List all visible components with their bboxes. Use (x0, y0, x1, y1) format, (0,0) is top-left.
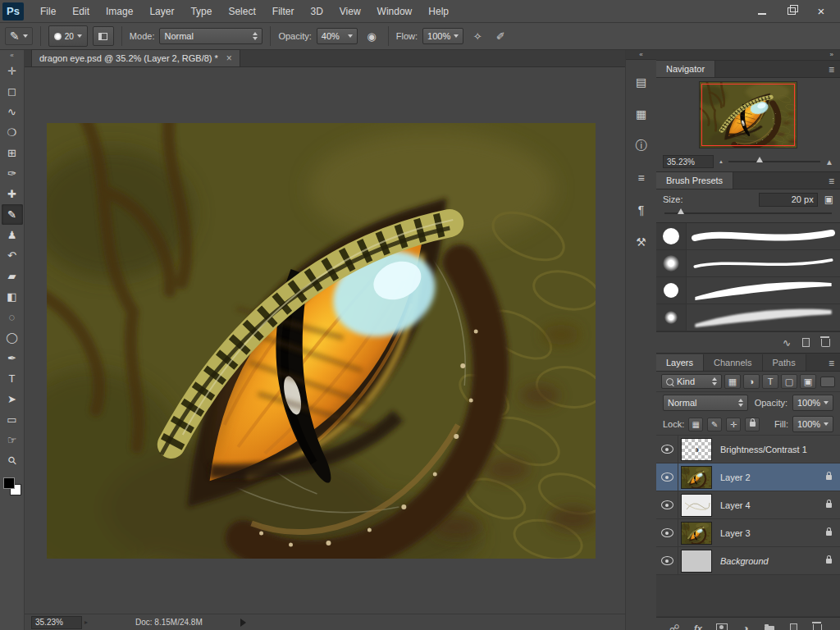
filter-adjustment-layers-icon[interactable]: ◑ (743, 374, 760, 389)
panel-menu-icon[interactable]: ≡ (829, 174, 840, 189)
menu-3d[interactable]: 3D (302, 6, 331, 17)
navigator-zoom-field[interactable]: 35.23% (663, 155, 714, 168)
rectangle-tool[interactable]: ▭ (2, 409, 23, 430)
layer-filter-toggle[interactable] (820, 377, 835, 387)
menu-view[interactable]: View (331, 6, 369, 17)
layer-effects-icon[interactable]: fx (692, 623, 705, 630)
layer-name[interactable]: Layer 3 (720, 528, 826, 538)
status-zoom-field[interactable]: 35.23% (31, 616, 82, 629)
layer-opacity-dropdown[interactable]: 100% (792, 395, 833, 411)
foreground-color-swatch[interactable] (3, 477, 15, 489)
lock-pixels-button[interactable]: ✎ (707, 418, 722, 431)
link-layers-icon[interactable]: ☍ (668, 623, 681, 630)
layer-thumbnail[interactable] (681, 494, 712, 517)
paragraph-panel-icon[interactable]: ¶ (631, 200, 652, 220)
filter-pixel-layers-icon[interactable]: ▦ (724, 374, 741, 389)
flow-dropdown[interactable]: 100% (422, 28, 463, 44)
brush-stamp-icon[interactable]: ▣ (824, 194, 833, 205)
lasso-tool[interactable]: ∿ (2, 102, 23, 122)
pen-tool[interactable]: ✒ (2, 348, 23, 368)
expand-dock-button[interactable]: « (626, 50, 656, 60)
filter-type-layers-icon[interactable]: T (762, 374, 778, 389)
layer-name[interactable]: Brightness/Contrast 1 (720, 445, 840, 454)
brush-preset-soft-round[interactable] (656, 250, 840, 277)
type-tool[interactable]: T (2, 368, 23, 389)
eraser-tool[interactable]: ▰ (2, 266, 23, 286)
dodge-tool[interactable]: ◯ (2, 327, 23, 348)
info-panel-icon[interactable]: ⓘ (631, 136, 652, 156)
menu-layer[interactable]: Layer (141, 6, 182, 17)
panel-menu-icon[interactable]: ≡ (829, 62, 840, 77)
panel-menu-icon[interactable]: ≡ (829, 356, 840, 371)
collapse-toolbar-button[interactable]: « (10, 50, 13, 61)
quick-selection-tool[interactable]: ❍ (2, 122, 23, 143)
layer-row-layer3[interactable]: Layer 3 (656, 519, 840, 547)
new-group-icon[interactable] (763, 624, 776, 630)
layer-name[interactable]: Background (720, 556, 826, 566)
brush-preset-picker[interactable]: 20 (48, 25, 88, 47)
tool-presets-panel-icon[interactable]: ⚒ (631, 232, 652, 252)
gradient-tool[interactable]: ◧ (2, 286, 23, 307)
toggle-brush-panel-button[interactable] (93, 26, 114, 46)
menu-file[interactable]: File (32, 6, 64, 17)
delete-brush-icon[interactable] (821, 339, 830, 347)
menu-edit[interactable]: Edit (64, 6, 98, 17)
lock-all-button[interactable] (745, 418, 760, 431)
lock-position-button[interactable]: ✛ (726, 418, 741, 431)
new-brush-icon[interactable] (802, 338, 810, 347)
collapse-panels-button[interactable]: » (656, 50, 840, 61)
status-menu-arrow-icon[interactable] (240, 619, 246, 627)
layer-row-brightness-contrast[interactable]: ◑ Brightness/Contrast 1 (656, 436, 840, 463)
rectangular-marquee-tool[interactable]: ◻ (2, 81, 23, 102)
filter-smart-objects-icon[interactable]: ▣ (800, 374, 816, 389)
clone-stamp-tool[interactable]: ♟ (2, 225, 23, 245)
new-layer-icon[interactable] (787, 623, 800, 630)
layer-row-background[interactable]: Background (656, 547, 840, 575)
tab-brush-presets[interactable]: Brush Presets (656, 172, 733, 189)
brush-preset-soft-round-pressure[interactable] (656, 304, 840, 331)
visibility-toggle[interactable] (656, 519, 678, 546)
fill-dropdown[interactable]: 100% (792, 416, 833, 432)
brush-tool[interactable]: ✎ (2, 204, 23, 225)
menu-help[interactable]: Help (420, 6, 457, 17)
mode-dropdown[interactable]: Normal (159, 28, 262, 44)
tab-layers[interactable]: Layers (656, 354, 704, 371)
tab-close-icon[interactable]: × (226, 52, 232, 64)
pressure-opacity-icon[interactable]: ◉ (363, 30, 381, 43)
layer-thumbnail[interactable] (681, 522, 712, 545)
stroke-preview-toggle-icon[interactable]: ∿ (783, 337, 791, 349)
blur-tool[interactable]: ◌ (2, 307, 23, 327)
layer-thumbnail[interactable] (681, 466, 712, 489)
delete-layer-icon[interactable] (810, 624, 824, 630)
navigator-zoom-slider[interactable] (728, 161, 820, 162)
tab-paths[interactable]: Paths (763, 354, 806, 371)
layer-thumbnail[interactable]: ◑ (681, 438, 712, 461)
filter-shape-layers-icon[interactable]: ▢ (781, 374, 797, 389)
restore-button[interactable] (784, 5, 799, 18)
crop-tool[interactable]: ⊞ (2, 143, 23, 163)
close-button[interactable]: × (814, 5, 829, 18)
spot-healing-brush-tool[interactable]: ✚ (2, 184, 23, 204)
brush-size-slider[interactable] (664, 212, 832, 214)
move-tool[interactable]: ✛ (2, 61, 23, 81)
status-spinner-icon[interactable]: ▸ (84, 619, 88, 626)
navigator-view-rectangle[interactable] (701, 84, 795, 146)
menu-select[interactable]: Select (220, 6, 263, 17)
brush-preset-hard-round[interactable] (656, 223, 840, 250)
histogram-panel-icon[interactable]: ▤ (631, 72, 652, 92)
new-adjustment-layer-icon[interactable]: ◑ (739, 623, 752, 630)
menu-image[interactable]: Image (98, 6, 141, 17)
swatches-panel-icon[interactable]: ▦ (631, 104, 652, 124)
minimize-button[interactable] (755, 5, 769, 18)
layer-row-layer2[interactable]: Layer 2 (656, 463, 840, 491)
menu-type[interactable]: Type (182, 6, 220, 17)
menu-filter[interactable]: Filter (264, 6, 303, 17)
brush-size-field[interactable]: 20 px (759, 193, 818, 207)
properties-panel-icon[interactable]: ≡ (631, 168, 652, 188)
visibility-toggle[interactable] (656, 491, 678, 518)
opacity-dropdown[interactable]: 40% (317, 28, 358, 44)
canvas-artwork[interactable] (47, 123, 596, 559)
navigator-preview[interactable] (699, 81, 797, 148)
tool-preset-picker[interactable]: ✎ (5, 27, 33, 45)
airbrush-icon[interactable]: ✧ (468, 30, 486, 43)
